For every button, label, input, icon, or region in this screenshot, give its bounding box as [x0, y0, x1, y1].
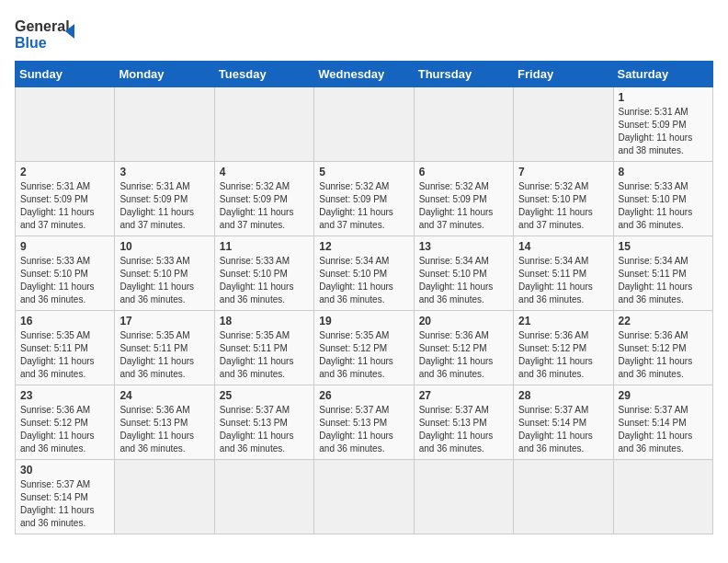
calendar-day-28: 28Sunrise: 5:37 AM Sunset: 5:14 PM Dayli… [514, 385, 613, 460]
day-info: Sunrise: 5:36 AM Sunset: 5:12 PM Dayligh… [419, 329, 508, 381]
calendar-day-17: 17Sunrise: 5:35 AM Sunset: 5:11 PM Dayli… [115, 311, 214, 385]
day-number: 13 [419, 240, 508, 253]
calendar-day-empty [16, 87, 115, 162]
calendar-day-empty [514, 460, 613, 534]
day-number: 21 [518, 315, 608, 327]
calendar-day-24: 24Sunrise: 5:36 AM Sunset: 5:13 PM Dayli… [115, 385, 214, 460]
day-info: Sunrise: 5:35 AM Sunset: 5:11 PM Dayligh… [20, 329, 109, 381]
day-number: 4 [220, 166, 309, 178]
calendar-day-20: 20Sunrise: 5:36 AM Sunset: 5:12 PM Dayli… [414, 311, 513, 385]
day-number: 7 [518, 166, 608, 178]
day-number: 2 [20, 166, 109, 178]
calendar-day-13: 13Sunrise: 5:34 AM Sunset: 5:10 PM Dayli… [414, 236, 513, 311]
day-number: 30 [20, 464, 109, 477]
day-info: Sunrise: 5:35 AM Sunset: 5:11 PM Dayligh… [220, 329, 309, 381]
day-number: 28 [518, 389, 608, 402]
day-number: 17 [119, 315, 209, 327]
day-info: Sunrise: 5:35 AM Sunset: 5:11 PM Dayligh… [119, 329, 209, 381]
calendar-day-empty [414, 460, 513, 534]
day-info: Sunrise: 5:32 AM Sunset: 5:09 PM Dayligh… [319, 180, 408, 232]
calendar-week-row: 2Sunrise: 5:31 AM Sunset: 5:09 PM Daylig… [16, 162, 713, 236]
logo-icon: GeneralBlue [15, 15, 79, 52]
calendar-week-row: 9Sunrise: 5:33 AM Sunset: 5:10 PM Daylig… [16, 236, 713, 311]
calendar-day-7: 7Sunrise: 5:32 AM Sunset: 5:10 PM Daylig… [514, 162, 613, 236]
day-number: 22 [619, 315, 708, 327]
weekday-header-saturday: Saturday [613, 62, 712, 87]
day-info: Sunrise: 5:37 AM Sunset: 5:14 PM Dayligh… [518, 404, 608, 455]
day-number: 26 [319, 389, 408, 402]
calendar-week-row: 23Sunrise: 5:36 AM Sunset: 5:12 PM Dayli… [16, 385, 713, 460]
calendar-day-11: 11Sunrise: 5:33 AM Sunset: 5:10 PM Dayli… [214, 236, 313, 311]
day-info: Sunrise: 5:37 AM Sunset: 5:13 PM Dayligh… [220, 404, 309, 455]
day-info: Sunrise: 5:36 AM Sunset: 5:12 PM Dayligh… [20, 404, 109, 455]
calendar-day-6: 6Sunrise: 5:32 AM Sunset: 5:09 PM Daylig… [414, 162, 513, 236]
calendar-day-30: 30Sunrise: 5:37 AM Sunset: 5:14 PM Dayli… [16, 460, 115, 534]
calendar-day-2: 2Sunrise: 5:31 AM Sunset: 5:09 PM Daylig… [16, 162, 115, 236]
day-number: 29 [619, 389, 708, 402]
day-number: 5 [319, 166, 408, 178]
day-number: 15 [619, 240, 708, 253]
calendar-day-empty [214, 87, 313, 162]
day-info: Sunrise: 5:37 AM Sunset: 5:14 PM Dayligh… [20, 478, 109, 530]
calendar-day-23: 23Sunrise: 5:36 AM Sunset: 5:12 PM Dayli… [16, 385, 115, 460]
day-number: 9 [20, 240, 109, 253]
calendar-day-27: 27Sunrise: 5:37 AM Sunset: 5:13 PM Dayli… [414, 385, 513, 460]
calendar-day-15: 15Sunrise: 5:34 AM Sunset: 5:11 PM Dayli… [613, 236, 712, 311]
calendar-week-row: 1Sunrise: 5:31 AM Sunset: 5:09 PM Daylig… [16, 87, 713, 162]
day-info: Sunrise: 5:33 AM Sunset: 5:10 PM Dayligh… [119, 255, 209, 306]
day-number: 1 [619, 91, 708, 104]
day-number: 6 [419, 166, 508, 178]
day-info: Sunrise: 5:31 AM Sunset: 5:09 PM Dayligh… [619, 106, 708, 157]
svg-text:Blue: Blue [15, 35, 47, 51]
day-info: Sunrise: 5:32 AM Sunset: 5:09 PM Dayligh… [419, 180, 508, 232]
svg-text:General: General [15, 18, 70, 34]
day-number: 23 [20, 389, 109, 402]
calendar-day-empty [115, 460, 214, 534]
calendar-day-21: 21Sunrise: 5:36 AM Sunset: 5:12 PM Dayli… [514, 311, 613, 385]
day-info: Sunrise: 5:35 AM Sunset: 5:12 PM Dayligh… [319, 329, 408, 381]
calendar-day-14: 14Sunrise: 5:34 AM Sunset: 5:11 PM Dayli… [514, 236, 613, 311]
calendar-day-16: 16Sunrise: 5:35 AM Sunset: 5:11 PM Dayli… [16, 311, 115, 385]
day-number: 24 [119, 389, 209, 402]
weekday-header-wednesday: Wednesday [314, 62, 414, 87]
calendar-day-empty [414, 87, 513, 162]
day-number: 8 [619, 166, 708, 178]
day-info: Sunrise: 5:34 AM Sunset: 5:10 PM Dayligh… [319, 255, 408, 306]
day-info: Sunrise: 5:34 AM Sunset: 5:10 PM Dayligh… [419, 255, 508, 306]
day-number: 16 [20, 315, 109, 327]
calendar-week-row: 30Sunrise: 5:37 AM Sunset: 5:14 PM Dayli… [16, 460, 713, 534]
calendar-day-empty [314, 87, 414, 162]
day-info: Sunrise: 5:32 AM Sunset: 5:09 PM Dayligh… [220, 180, 309, 232]
calendar-day-12: 12Sunrise: 5:34 AM Sunset: 5:10 PM Dayli… [314, 236, 414, 311]
weekday-header-sunday: Sunday [16, 62, 115, 87]
calendar-day-5: 5Sunrise: 5:32 AM Sunset: 5:09 PM Daylig… [314, 162, 414, 236]
day-number: 11 [220, 240, 309, 253]
day-info: Sunrise: 5:36 AM Sunset: 5:13 PM Dayligh… [119, 404, 209, 455]
calendar-day-empty [514, 87, 613, 162]
day-info: Sunrise: 5:31 AM Sunset: 5:09 PM Dayligh… [119, 180, 209, 232]
day-info: Sunrise: 5:34 AM Sunset: 5:11 PM Dayligh… [619, 255, 708, 306]
calendar-day-empty [214, 460, 313, 534]
calendar-day-3: 3Sunrise: 5:31 AM Sunset: 5:09 PM Daylig… [115, 162, 214, 236]
day-info: Sunrise: 5:37 AM Sunset: 5:14 PM Dayligh… [619, 404, 708, 455]
weekday-header-thursday: Thursday [414, 62, 513, 87]
calendar-day-10: 10Sunrise: 5:33 AM Sunset: 5:10 PM Dayli… [115, 236, 214, 311]
day-info: Sunrise: 5:31 AM Sunset: 5:09 PM Dayligh… [20, 180, 109, 232]
day-number: 27 [419, 389, 508, 402]
weekday-header-row: SundayMondayTuesdayWednesdayThursdayFrid… [16, 62, 713, 87]
calendar-day-empty [613, 460, 712, 534]
day-info: Sunrise: 5:33 AM Sunset: 5:10 PM Dayligh… [619, 180, 708, 232]
weekday-header-friday: Friday [514, 62, 613, 87]
calendar-day-9: 9Sunrise: 5:33 AM Sunset: 5:10 PM Daylig… [16, 236, 115, 311]
day-info: Sunrise: 5:33 AM Sunset: 5:10 PM Dayligh… [220, 255, 309, 306]
calendar-table: SundayMondayTuesdayWednesdayThursdayFrid… [15, 61, 713, 534]
day-number: 10 [119, 240, 209, 253]
weekday-header-tuesday: Tuesday [214, 62, 313, 87]
day-number: 3 [119, 166, 209, 178]
day-number: 18 [220, 315, 309, 327]
day-info: Sunrise: 5:36 AM Sunset: 5:12 PM Dayligh… [518, 329, 608, 381]
calendar-day-empty [115, 87, 214, 162]
day-info: Sunrise: 5:37 AM Sunset: 5:13 PM Dayligh… [319, 404, 408, 455]
header: GeneralBlue [15, 15, 713, 52]
day-number: 25 [220, 389, 309, 402]
